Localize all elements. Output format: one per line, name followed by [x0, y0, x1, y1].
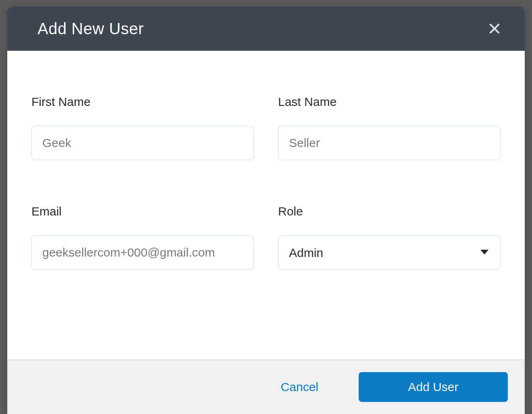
add-user-button[interactable]: Add User [359, 372, 508, 402]
close-button[interactable] [484, 19, 505, 39]
email-label: Email [31, 205, 254, 218]
first-name-group: First Name [31, 95, 254, 160]
role-group: Role Admin [278, 205, 501, 270]
email-input[interactable] [31, 235, 254, 270]
role-select[interactable]: Admin [278, 235, 501, 270]
close-icon [488, 22, 501, 35]
add-user-modal: Add New User First Name Last Name Email [7, 6, 525, 414]
form-grid: First Name Last Name Email Role Admin [31, 95, 501, 270]
modal-footer: Cancel Add User [7, 360, 525, 414]
email-group: Email [31, 205, 254, 270]
first-name-label: First Name [31, 95, 254, 109]
modal-title: Add New User [37, 20, 144, 38]
last-name-label: Last Name [278, 95, 501, 109]
first-name-input[interactable] [31, 126, 254, 160]
role-select-wrapper: Admin [278, 235, 501, 270]
modal-header: Add New User [7, 6, 525, 51]
last-name-group: Last Name [278, 95, 501, 160]
cancel-button[interactable]: Cancel [273, 376, 326, 398]
role-label: Role [278, 205, 501, 218]
last-name-input[interactable] [278, 126, 501, 160]
modal-body: First Name Last Name Email Role Admin [7, 51, 525, 360]
